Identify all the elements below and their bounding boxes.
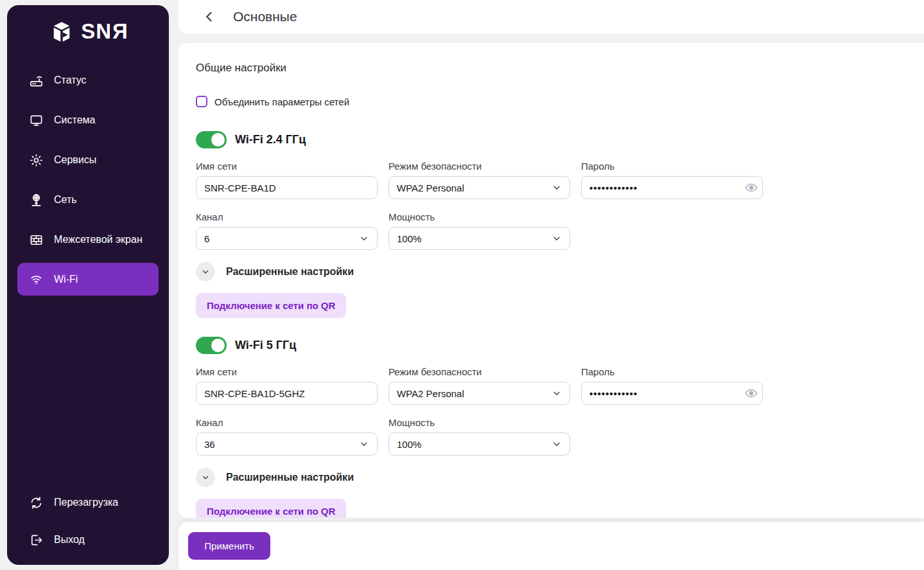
chevron-down-icon [552, 183, 562, 193]
power-value: 100% [397, 233, 421, 244]
qr-connect-button[interactable]: Подключение к сети по QR [196, 293, 346, 318]
advanced-settings-label: Расширенные настройки [226, 472, 354, 483]
sidebar-item-label: Перезагрузка [54, 497, 118, 508]
password-label: Пароль [581, 366, 763, 377]
chevron-down-circle[interactable] [196, 262, 215, 281]
gear-icon [29, 153, 44, 168]
power-select[interactable]: 100% [388, 227, 570, 250]
sidebar-item-system[interactable]: Система [7, 100, 169, 140]
security-mode-value: WPA2 Personal [397, 388, 464, 399]
snr-logo: SNR [48, 17, 128, 46]
back-button[interactable] [202, 10, 216, 24]
monitor-icon [29, 113, 44, 128]
sidebar-item-status[interactable]: Статус [7, 60, 169, 100]
advanced-settings-toggle[interactable]: Расширенные настройки [196, 468, 924, 487]
security-mode-label: Режим безопасности [388, 366, 570, 377]
advanced-settings-label: Расширенные настройки [226, 266, 354, 278]
qr-connect-button[interactable]: Подключение к сети по QR [196, 499, 346, 518]
password-input[interactable] [582, 388, 740, 399]
chevron-down-icon [552, 233, 562, 244]
wifi-5ghz-section: Wi-Fi 5 ГГц Имя сети Режим безопасности … [196, 337, 924, 518]
wifi-icon [29, 272, 44, 287]
sidebar-item-services[interactable]: Сервисы [7, 140, 169, 180]
settings-card: Общие настройки Объединить параметры сет… [179, 43, 924, 518]
network-name-input[interactable] [196, 388, 377, 399]
sidebar-item-network[interactable]: Сеть [7, 180, 169, 220]
wifi-5ghz-toggle[interactable] [196, 337, 227, 354]
sidebar-item-reboot[interactable]: Перезагрузка [7, 492, 169, 513]
globe-network-icon [29, 193, 44, 208]
security-mode-value: WPA2 Personal [397, 183, 464, 193]
router-status-icon [29, 73, 44, 88]
page-header: Основные [179, 0, 924, 33]
page-title: Основные [233, 9, 297, 24]
logo-text: SNR [81, 19, 128, 44]
sidebar-item-wifi[interactable]: Wi-Fi [17, 263, 159, 296]
merge-networks-label: Объединить параметры сетей [214, 96, 349, 107]
wifi-24ghz-toggle[interactable] [196, 131, 227, 148]
logout-icon [29, 533, 44, 548]
sidebar: SNR Статус Система Сервисы Сеть [7, 5, 169, 565]
footer-bar: Применить [179, 522, 924, 570]
network-name-label: Имя сети [196, 366, 378, 377]
refresh-icon [29, 495, 44, 510]
sidebar-item-label: Выход [54, 534, 85, 546]
merge-networks-checkbox-row[interactable]: Объединить параметры сетей [196, 96, 924, 107]
sidebar-item-firewall[interactable]: Межсетевой экран [7, 220, 169, 260]
channel-value: 36 [204, 439, 215, 450]
advanced-settings-toggle[interactable]: Расширенные настройки [196, 262, 924, 281]
chevron-down-icon [552, 439, 562, 449]
power-select[interactable]: 100% [388, 432, 570, 456]
wifi-24ghz-label: Wi-Fi 2.4 ГГц [235, 133, 306, 147]
network-name-label: Имя сети [196, 161, 378, 172]
channel-select[interactable]: 36 [196, 432, 378, 456]
chevron-down-icon [201, 267, 210, 276]
sidebar-item-label: Сеть [54, 194, 77, 206]
snr-cube-logo-icon [48, 17, 75, 46]
show-password-button[interactable] [740, 382, 762, 404]
chevron-left-icon [203, 10, 216, 23]
channel-value: 6 [204, 233, 209, 244]
toggle-knob [211, 339, 225, 352]
apply-button[interactable]: Применить [188, 532, 270, 560]
chevron-down-icon [359, 233, 369, 244]
firewall-icon [29, 233, 44, 247]
sidebar-item-label: Сервисы [54, 154, 96, 166]
section-title: Общие настройки [196, 62, 924, 75]
sidebar-bottom: Перезагрузка Выход [7, 492, 169, 551]
sidebar-item-label: Статус [54, 75, 87, 86]
eye-icon [744, 386, 758, 400]
channel-label: Канал [196, 417, 378, 428]
password-label: Пароль [581, 161, 763, 172]
network-name-input[interactable] [196, 183, 377, 193]
power-value: 100% [397, 439, 421, 450]
chevron-down-icon [201, 473, 210, 482]
security-mode-select[interactable]: WPA2 Personal [388, 382, 570, 405]
wifi-24ghz-section: Wi-Fi 2.4 ГГц Имя сети Режим безопасност… [196, 131, 924, 337]
chevron-down-icon [359, 439, 369, 449]
sidebar-nav: Статус Система Сервисы Сеть Межсетевой э… [7, 60, 169, 299]
password-input[interactable] [582, 183, 740, 193]
channel-select[interactable]: 6 [196, 227, 378, 250]
sidebar-item-logout[interactable]: Выход [7, 529, 169, 551]
toggle-knob [211, 133, 225, 147]
channel-label: Канал [196, 211, 378, 222]
eye-icon [744, 181, 758, 195]
sidebar-item-label: Межсетевой экран [54, 234, 143, 245]
power-label: Мощность [388, 417, 570, 428]
chevron-down-circle[interactable] [196, 468, 215, 487]
security-mode-select[interactable]: WPA2 Personal [388, 176, 570, 199]
power-label: Мощность [388, 211, 570, 222]
merge-networks-checkbox[interactable] [196, 96, 207, 107]
sidebar-item-label: Wi-Fi [54, 274, 78, 285]
sidebar-item-label: Система [54, 114, 95, 126]
wifi-5ghz-label: Wi-Fi 5 ГГц [235, 339, 296, 352]
chevron-down-icon [552, 388, 562, 398]
show-password-button[interactable] [740, 177, 762, 199]
security-mode-label: Режим безопасности [388, 161, 570, 172]
